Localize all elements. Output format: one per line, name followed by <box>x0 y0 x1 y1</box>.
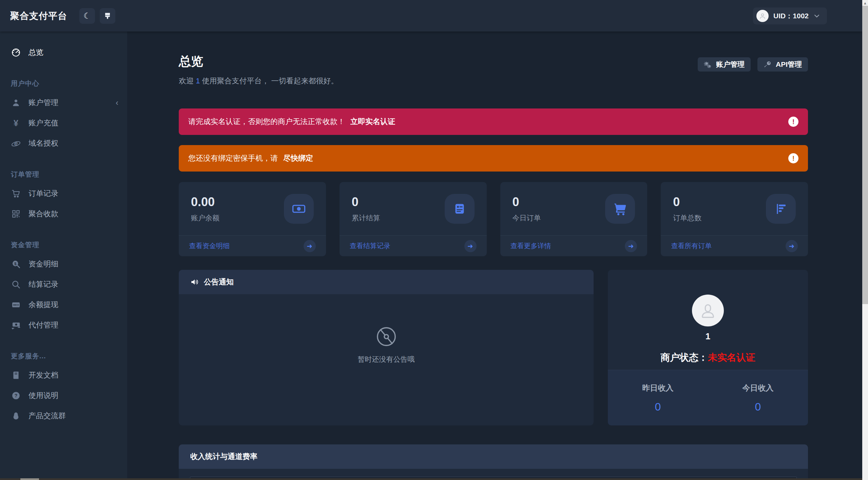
sidebar-item-user-guide[interactable]: ? 使用说明 <box>0 385 127 406</box>
merchant-status-label: 商户状态： <box>660 352 708 363</box>
banknote-icon: 1 <box>284 194 314 224</box>
uid-label: UID：1002 <box>773 11 809 21</box>
horizontal-scrollbar[interactable] <box>0 478 862 480</box>
sidebar-item-account-manage[interactable]: 账户管理 ‹ <box>0 93 127 113</box>
today-orders-label: 今日订单 <box>513 213 541 223</box>
merchant-status: 商户状态：未实名认证 <box>660 351 755 364</box>
vertical-scrollbar[interactable]: ▲ <box>862 0 868 480</box>
balance-label: 账户余额 <box>191 213 219 223</box>
page-title: 总览 <box>179 53 339 70</box>
cart-icon <box>605 194 635 224</box>
qr-icon <box>11 209 21 218</box>
realname-alert-text: 请完成实名认证，否则您的商户无法正常收款！ <box>188 117 345 127</box>
arrow-right-icon: ➜ <box>786 240 798 252</box>
sidebar-item-label: 代付管理 <box>28 320 58 330</box>
sidebar-item-label: 产品交流群 <box>28 411 66 421</box>
income-stats-panel: 收入统计与通道费率 <box>179 444 808 480</box>
sidebar-item-label: 账户管理 <box>28 98 58 108</box>
theme-toggle-button[interactable]: ☾ <box>79 8 95 24</box>
stat-text: 0 累计结算 <box>352 195 380 223</box>
account-manage-button[interactable]: 账户管理 <box>698 57 751 72</box>
sidebar-item-overview[interactable]: 总览 <box>0 42 127 63</box>
sidebar-item-account-recharge[interactable]: ¥ 账户充值 <box>0 113 127 133</box>
sidebar-item-dev-docs[interactable]: 开发文档 <box>0 365 127 385</box>
sidebar-item-balance-withdraw[interactable]: 余额提现 <box>0 295 127 315</box>
transfer-icon <box>11 320 21 330</box>
stat-text: 0 今日订单 <box>513 195 541 223</box>
svg-text:$: $ <box>14 261 17 266</box>
merchant-status-value: 未实名认证 <box>708 352 755 363</box>
scroll-up-icon[interactable]: ▲ <box>862 0 868 6</box>
vertical-scrollbar-thumb[interactable] <box>862 6 868 304</box>
sidebar-item-label: 结算记录 <box>28 279 58 289</box>
user-icon <box>11 98 21 107</box>
sidebar-item-payout-manage[interactable]: 代付管理 <box>0 315 127 335</box>
help-icon: ? <box>11 391 21 400</box>
view-all-orders-link[interactable]: 查看所有订单 ➜ <box>661 235 808 256</box>
yen-icon: ¥ <box>11 118 21 128</box>
user-menu[interactable]: UID：1002 <box>753 7 827 24</box>
no-data-icon <box>375 325 398 348</box>
person-icon <box>699 301 717 320</box>
merchant-name: 1 <box>706 331 710 342</box>
person-icon <box>759 12 766 20</box>
settled-value: 0 <box>352 195 380 209</box>
sidebar-item-domain-auth[interactable]: e 域名授权 <box>0 133 127 154</box>
account-manage-label: 账户管理 <box>716 60 745 69</box>
merchant-status-panel: 1 商户状态：未实名认证 昨日收入 0 今日收入 0 <box>608 270 808 425</box>
realname-alert-link[interactable]: 立即实名认证 <box>350 117 395 127</box>
stat-text: 0 今日订单 <box>500 182 648 235</box>
welcome-suffix: 使用聚合支付平台， 一切看起来都很好。 <box>200 77 338 85</box>
stat-link-label: 查看所有订单 <box>671 241 712 251</box>
globe-icon: e <box>11 138 21 148</box>
api-manage-button[interactable]: API管理 <box>757 57 808 72</box>
chevron-left-icon: ‹ <box>116 99 118 107</box>
bind-phone-alert-link[interactable]: 尽快绑定 <box>283 153 313 163</box>
sidebar-item-order-records[interactable]: 订单记录 <box>0 183 127 204</box>
welcome-text: 欢迎 1 使用聚合支付平台， 一切看起来都很好。 <box>179 76 339 86</box>
header-actions: 账户管理 API管理 <box>698 57 808 72</box>
view-settlement-records-link[interactable]: 查看结算记录 ➜ <box>340 235 487 256</box>
bind-phone-alert-text: 您还没有绑定密保手机，请 <box>188 153 278 163</box>
svg-text:1: 1 <box>298 207 300 210</box>
merchant-top: 1 商户状态：未实名认证 <box>608 270 808 370</box>
sidebar-item-label: 使用说明 <box>28 391 58 401</box>
sidebar-section-fund-manage: 资金管理 <box>0 236 127 254</box>
sidebar-item-product-group[interactable]: 产品交流群 <box>0 406 127 426</box>
sidebar-item-label: 总览 <box>28 47 43 58</box>
view-fund-details-link[interactable]: 查看资金明细 ➜ <box>179 235 326 256</box>
arrow-right-icon: ➜ <box>625 240 637 252</box>
welcome-prefix: 欢迎 <box>179 77 196 85</box>
stat-card-total-orders: 0 订单总数 查看所有订单 ➜ <box>661 182 808 256</box>
sidebar-item-aggregate-collect[interactable]: 聚合收款 <box>0 204 127 224</box>
sidebar-item-label: 资金明细 <box>28 259 58 269</box>
sidebar-section-order-manage: 订单管理 <box>0 165 127 183</box>
appearance-button[interactable] <box>100 8 115 24</box>
middle-panels-row: 公告通知 暂时还没有公告哦 1 商户状态：未实名认证 <box>179 270 808 425</box>
sidebar-item-label: 账户充值 <box>28 118 58 128</box>
announcement-empty-state: 暂时还没有公告哦 <box>179 279 594 410</box>
sidebar-item-label: 开发文档 <box>28 370 58 380</box>
settled-label: 累计结算 <box>352 213 380 223</box>
sidebar: 总览 用户中心 账户管理 ‹ ¥ 账户充值 e 域名授权 订单管理 订单记录 聚… <box>0 32 127 478</box>
sidebar-item-settlement-records[interactable]: 结算记录 <box>0 274 127 295</box>
yesterday-income-value: 0 <box>655 401 661 413</box>
stat-text: 0.00 账户余额 <box>191 195 219 223</box>
horizontal-scrollbar-thumb[interactable] <box>20 478 39 480</box>
sidebar-item-fund-details[interactable]: $ 资金明细 <box>0 254 127 274</box>
stat-text: 0 订单总数 <box>673 195 701 223</box>
stat-body: 0 订单总数 <box>661 182 808 235</box>
sidebar-section-more-services: 更多服务... <box>0 347 127 365</box>
view-more-details-link[interactable]: 查看更多详情 ➜ <box>500 235 648 256</box>
yesterday-income: 昨日收入 0 <box>608 370 708 425</box>
search-icon <box>11 280 21 289</box>
stat-link-label: 查看更多详情 <box>510 241 551 251</box>
api-manage-label: API管理 <box>776 60 802 69</box>
income-stats-header: 收入统计与通道费率 <box>179 444 808 469</box>
key-icon <box>764 60 772 68</box>
arrow-right-icon: ➜ <box>304 240 316 252</box>
card-icon <box>11 300 21 309</box>
chevron-down-icon <box>813 13 820 19</box>
merchant-avatar <box>692 295 724 326</box>
realname-alert: 请完成实名认证，否则您的商户无法正常收款！ 立即实名认证 ! <box>179 108 808 135</box>
